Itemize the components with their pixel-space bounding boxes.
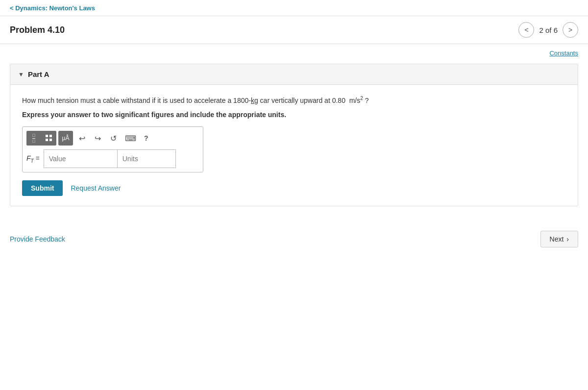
back-link[interactable]: Dynamics: Newton's Laws (10, 4, 95, 12)
part-a-body: How much tension must a cable withstand … (10, 85, 578, 206)
format-button-group: □ □ (26, 131, 56, 146)
formula-label: FT = (26, 154, 40, 164)
request-answer-link[interactable]: Request Answer (71, 184, 121, 192)
answer-toolbar: □ □ μÅ (26, 131, 199, 146)
help-button[interactable]: ? (141, 131, 151, 146)
pagination: < 2 of 6 > (518, 22, 578, 38)
part-a-title: Part A (28, 70, 49, 78)
next-label: Next (550, 235, 564, 243)
redo-icon: ↪ (95, 134, 101, 143)
special-chars-icon: μÅ (62, 135, 70, 142)
main-content: ▼ Part A How much tension must a cable w… (0, 64, 588, 216)
reset-icon: ↺ (110, 134, 117, 143)
input-row: FT = (26, 149, 199, 168)
problem-instruction: Express your answer to two significant f… (22, 111, 566, 119)
keyboard-icon: ⌨ (125, 134, 136, 143)
matrix-icon (46, 135, 52, 142)
action-row: Submit Request Answer (22, 180, 566, 196)
problem-title: Problem 4.10 (10, 25, 65, 35)
keyboard-button[interactable]: ⌨ (122, 131, 139, 146)
value-input[interactable] (44, 149, 117, 168)
units-input[interactable] (117, 149, 176, 168)
page-header: Problem 4.10 < 2 of 6 > (0, 16, 588, 44)
undo-icon: ↩ (79, 134, 85, 143)
submit-button[interactable]: Submit (22, 180, 63, 196)
constants-row: Constants (0, 44, 588, 59)
next-problem-button[interactable]: > (563, 22, 578, 38)
top-nav: Dynamics: Newton's Laws (0, 0, 588, 16)
reset-button[interactable]: ↺ (106, 131, 120, 146)
problem-text: How much tension must a cable withstand … (22, 95, 566, 106)
footer-row: Provide Feedback Next › (0, 221, 588, 257)
constants-link[interactable]: Constants (549, 49, 578, 57)
answer-container: □ □ μÅ (22, 126, 203, 172)
page-info: 2 of 6 (539, 26, 558, 34)
fraction-button[interactable]: □ □ (26, 131, 41, 146)
feedback-link[interactable]: Provide Feedback (10, 235, 65, 243)
prev-problem-button[interactable]: < (518, 22, 534, 38)
redo-button[interactable]: ↪ (91, 131, 104, 146)
special-chars-button[interactable]: μÅ (58, 131, 73, 146)
undo-button[interactable]: ↩ (75, 131, 89, 146)
matrix-button[interactable] (42, 131, 56, 146)
next-chevron-icon: › (566, 235, 569, 243)
collapse-arrow-icon: ▼ (18, 71, 24, 78)
help-icon: ? (144, 134, 148, 142)
fraction-icon: □ □ (32, 133, 35, 144)
part-a-section: ▼ Part A How much tension must a cable w… (10, 64, 578, 206)
part-a-header[interactable]: ▼ Part A (10, 64, 578, 85)
next-button[interactable]: Next › (540, 231, 578, 247)
